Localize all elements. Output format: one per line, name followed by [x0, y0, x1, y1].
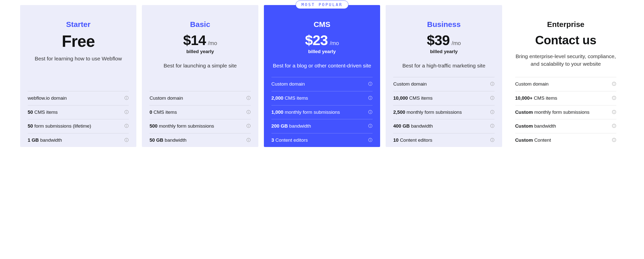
plan-name: CMS [271, 20, 373, 29]
info-icon[interactable] [124, 124, 129, 128]
plan-feature-row: Custom domain [393, 77, 494, 91]
plan-feature-rest: CMS items [152, 109, 177, 115]
plan-feature-rest: bandwidth [288, 123, 311, 129]
svg-point-20 [248, 125, 249, 125]
info-icon[interactable] [490, 124, 495, 128]
plan-feature-list: Custom domain2,000 CMS items1,000 monthl… [271, 77, 373, 147]
plan-feature-text: Custom monthly form submissions [515, 109, 609, 116]
info-icon[interactable] [490, 96, 495, 100]
plan-feature-row: Custom domain [149, 91, 251, 105]
info-icon[interactable] [490, 138, 495, 142]
plan-feature-bold: 3 [271, 137, 274, 143]
plan-feature-row: Custom bandwidth [515, 119, 616, 133]
plan-feature-text: 10,000+ CMS items [515, 95, 609, 102]
svg-point-50 [492, 125, 493, 125]
plan-price-line: $39/mo [393, 33, 494, 47]
plan-billed-cycle: billed yearly [271, 49, 373, 54]
svg-point-2 [127, 97, 127, 97]
plan-feature-text: 500 monthly form submissions [149, 123, 243, 130]
plan-price: $39 [427, 33, 450, 47]
plan-feature-bold: 2,500 [393, 109, 405, 115]
svg-point-41 [492, 83, 493, 83]
plan-feature-bold: Custom [515, 137, 533, 143]
plan-name: Basic [149, 20, 251, 29]
svg-point-26 [370, 83, 371, 83]
svg-point-14 [248, 97, 249, 97]
info-icon[interactable] [612, 110, 616, 114]
plan-feature-row: 3 Content editors [271, 133, 373, 147]
contact-us-label[interactable]: Contact us [515, 33, 616, 47]
info-icon[interactable] [612, 96, 616, 100]
plan-feature-rest: webflow.io domain [28, 95, 67, 101]
plan-feature-rest: Custom domain [393, 81, 427, 87]
plan-feature-text: 1 GB bandwidth [28, 137, 121, 144]
plan-feature-text: 200 GB bandwidth [271, 123, 365, 130]
svg-point-5 [127, 111, 127, 111]
plan-header: Business$39/mobilled yearlyBest for a hi… [393, 20, 494, 77]
info-icon[interactable] [612, 82, 616, 86]
plan-feature-text: 2,000 CMS items [271, 95, 365, 102]
info-icon[interactable] [490, 110, 495, 114]
info-icon[interactable] [490, 82, 495, 86]
plan-feature-bold: 400 GB [393, 123, 410, 129]
plan-description: Best for learning how to use Webflow [28, 55, 129, 62]
plan-feature-rest: CMS items [283, 95, 308, 101]
plan-feature-row: 2,000 CMS items [271, 91, 373, 105]
plan-feature-rest: form submissions (lifetime) [33, 123, 91, 129]
plan-per-month: /mo [330, 40, 339, 47]
info-icon[interactable] [246, 124, 251, 128]
plan-feature-rest: Content editors [274, 137, 308, 143]
plan-feature-bold: 200 GB [271, 123, 288, 129]
plan-name: Starter [28, 20, 129, 29]
plan-price-line: $23/mo [271, 33, 373, 47]
plan-feature-row: 10,000+ CMS items [515, 91, 616, 105]
plan-feature-rest: monthly form submissions [533, 109, 589, 115]
plan-feature-bold: 1 GB [28, 137, 39, 143]
info-icon[interactable] [246, 96, 251, 100]
plan-price-line: $14/mo [149, 33, 251, 47]
plan-feature-bold: 10,000 [393, 95, 408, 101]
plan-feature-text: Custom domain [149, 95, 243, 102]
plan-header: Basic$14/mobilled yearlyBest for launchi… [149, 20, 251, 77]
svg-point-11 [127, 139, 127, 139]
plan-feature-rest: Custom domain [149, 95, 183, 101]
plan-feature-bold: 50 [28, 109, 33, 115]
svg-point-56 [614, 83, 614, 83]
svg-point-38 [370, 139, 371, 139]
info-icon[interactable] [368, 138, 373, 142]
plan-feature-row: 0 CMS items [149, 105, 251, 120]
plan-feature-row: 10,000 CMS items [393, 91, 494, 105]
info-icon[interactable] [246, 110, 251, 114]
info-icon[interactable] [124, 110, 129, 114]
info-icon[interactable] [124, 138, 129, 142]
plan-feature-list: Custom domain10,000 CMS items2,500 month… [393, 77, 494, 147]
info-icon[interactable] [246, 138, 251, 142]
plan-price: Free [28, 33, 129, 49]
info-icon[interactable] [368, 96, 373, 100]
svg-point-59 [614, 97, 614, 97]
svg-point-47 [492, 111, 493, 111]
info-icon[interactable] [612, 138, 616, 142]
info-icon[interactable] [368, 110, 373, 114]
info-icon[interactable] [124, 96, 129, 100]
plan-feature-text: Custom domain [271, 81, 365, 88]
plan-header: StarterFreeBest for learning how to use … [28, 20, 129, 70]
plan-feature-rest: bandwidth [410, 123, 433, 129]
plan-feature-rest: monthly form submissions [405, 109, 462, 115]
info-icon[interactable] [612, 124, 616, 128]
svg-point-65 [614, 125, 614, 125]
svg-point-29 [370, 97, 371, 97]
plan-feature-text: Custom domain [393, 81, 487, 88]
info-icon[interactable] [368, 124, 373, 128]
pricing-plans-container: StarterFreeBest for learning how to use … [0, 0, 644, 147]
svg-point-17 [248, 111, 249, 111]
info-icon[interactable] [368, 82, 373, 86]
plan-feature-text: 50 CMS items [28, 109, 121, 116]
plan-feature-text: 2,500 monthly form submissions [393, 109, 487, 116]
plan-feature-bold: 1,000 [271, 109, 284, 115]
plan-price: $14 [183, 33, 206, 47]
plan-feature-bold: 50 GB [149, 137, 163, 143]
plan-feature-row: Custom monthly form submissions [515, 105, 616, 120]
svg-point-44 [492, 97, 493, 97]
plan-feature-text: 1,000 monthly form submissions [271, 109, 365, 116]
